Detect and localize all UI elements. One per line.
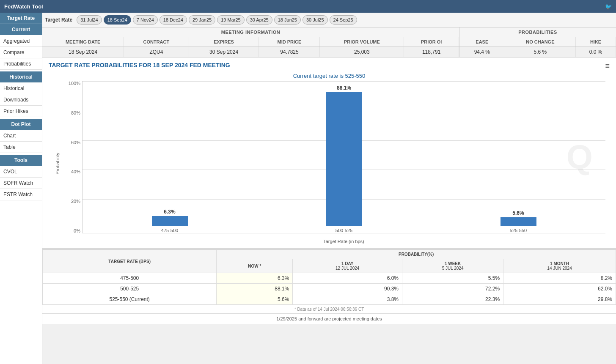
table-row-500-525: 500-525 88.1% 90.3% 72.2% 62.0% (43, 284, 616, 294)
x-axis-label: Target Rate (in bps) (82, 239, 605, 244)
y-label-40: 40% (66, 170, 80, 174)
tab-7nov24[interactable]: 7 Nov24 (133, 15, 158, 25)
col-prior-volume: PRIOR VOLUME (320, 37, 404, 47)
cell-tr-525-550-1month: 29.8% (503, 294, 616, 305)
col-prior-oi: PRIOR OI (404, 37, 459, 47)
y-axis-label: Probability (55, 153, 60, 174)
sidebar: Target Rate Current Aggregated Compare P… (0, 13, 42, 364)
twitter-icon: 🐦 (605, 3, 612, 10)
cell-tr-475-500-now: 6.3% (217, 273, 293, 284)
bottom-footnote: 1/29/2025 and forward are projected meet… (42, 313, 616, 324)
chart-title: TARGET RATE PROBABILITIES FOR 18 SEP 202… (49, 62, 230, 68)
chart-area: TARGET RATE PROBABILITIES FOR 18 SEP 202… (42, 57, 616, 249)
cell-tr-500-525-now: 88.1% (217, 284, 293, 294)
sidebar-tools-group: Tools CVOL SOFR Watch ESTR Watch (0, 155, 42, 200)
cell-no-change: 5.6 % (505, 47, 576, 57)
tab-19mar25[interactable]: 19 Mar25 (217, 15, 244, 25)
sidebar-tools-section[interactable]: Tools (0, 155, 42, 166)
cell-tr-475-500-label: 475-500 (43, 273, 217, 284)
sidebar-item-cvol[interactable]: CVOL (0, 166, 42, 178)
sidebar-item-chart[interactable]: Chart (0, 130, 42, 142)
bottom-col-probability: PROBABILITY(%) (217, 250, 616, 259)
bottom-col-target-rate: TARGET RATE (BPS) (43, 250, 217, 273)
y-label-60: 60% (66, 140, 80, 145)
col-ease: EASE (459, 37, 505, 47)
bottom-col-1day: 1 DAY12 JUL 2024 (293, 259, 402, 273)
chart-plot-area: 100% 80% 60% 40% (66, 81, 605, 246)
sidebar-item-historical[interactable]: Historical (0, 83, 42, 94)
target-rate-tab-label: Target Rate (45, 17, 72, 23)
sidebar-historical-group: Historical Historical Downloads Prior Hi… (0, 71, 42, 117)
sidebar-item-downloads[interactable]: Downloads (0, 94, 42, 106)
cell-prior-oi: 118,791 (404, 47, 459, 57)
cell-tr-500-525-1month: 62.0% (503, 284, 616, 294)
bar-525-550 (500, 217, 536, 226)
chart-menu-icon[interactable]: ≡ (605, 62, 610, 71)
cell-tr-475-500-1week: 5.5% (402, 273, 503, 284)
bar-label-bottom-475-500: 475-500 (161, 228, 178, 233)
sidebar-item-sofr-watch[interactable]: SOFR Watch (0, 178, 42, 189)
table-row-525-550: 525-550 (Current) 5.6% 3.8% 22.3% 29.8% (43, 294, 616, 305)
bottom-col-1month: 1 MONTH14 JUN 2024 (503, 259, 616, 273)
y-label-20: 20% (66, 199, 80, 204)
sidebar-dot-plot-section[interactable]: Dot Plot (0, 119, 42, 130)
cell-tr-475-500-1month: 8.2% (503, 273, 616, 284)
tab-24sep25[interactable]: 24 Sep25 (330, 15, 357, 25)
sidebar-current-section[interactable]: Current (0, 24, 42, 35)
bar-500-525 (326, 92, 362, 226)
sidebar-item-table[interactable]: Table (0, 142, 42, 153)
cell-tr-525-550-label: 525-550 (Current) (43, 294, 217, 305)
sidebar-item-aggregated[interactable]: Aggregated (0, 36, 42, 47)
sidebar-item-estr-watch[interactable]: ESTR Watch (0, 189, 42, 200)
bottom-probability-table: TARGET RATE (BPS) PROBABILITY(%) NOW * 1… (42, 249, 616, 305)
sidebar-target-rate-btn[interactable]: Target Rate (0, 13, 42, 24)
col-contract: CONTRACT (124, 37, 189, 47)
cell-ease: 94.4 % (459, 47, 505, 57)
probabilities-header: PROBABILITIES (459, 27, 616, 37)
cell-prior-volume: 25,003 (320, 47, 404, 57)
bar-label-top-525-550: 5.6% (512, 210, 524, 216)
cell-tr-500-525-1week: 72.2% (402, 284, 503, 294)
y-label-100: 100% (66, 81, 80, 86)
bar-475-500 (152, 216, 188, 226)
tab-30jul25[interactable]: 30 Jul25 (302, 15, 328, 25)
tab-18sep24[interactable]: 18 Sep24 (104, 15, 131, 25)
bar-label-top-475-500: 6.3% (164, 209, 175, 215)
bottom-table-area: TARGET RATE (BPS) PROBABILITY(%) NOW * 1… (42, 249, 616, 313)
main-content: Target Rate 31 Jul24 18 Sep24 7 Nov24 18… (42, 13, 616, 364)
sidebar-item-compare[interactable]: Compare (0, 47, 42, 58)
tab-18jun25[interactable]: 18 Jun25 (274, 15, 301, 25)
bar-group-475-500: 6.3% 475-500 (142, 81, 197, 233)
y-label-0: 0% (66, 229, 80, 233)
sidebar-dot-plot-group: Dot Plot Chart Table (0, 119, 42, 153)
cell-tr-475-500-1day: 6.0% (293, 273, 402, 284)
col-expires: EXPIRES (189, 37, 259, 47)
cell-tr-525-550-1day: 3.8% (293, 294, 402, 305)
bar-label-bottom-500-525: 500-525 (336, 228, 352, 233)
chart-subtitle: Current target rate is 525-550 (49, 73, 610, 79)
cell-tr-525-550-1week: 22.3% (402, 294, 503, 305)
cell-meeting-date: 18 Sep 2024 (42, 47, 124, 57)
bar-label-top-500-525: 88.1% (337, 85, 351, 91)
cell-expires: 30 Sep 2024 (189, 47, 259, 57)
bar-label-bottom-525-550: 525-550 (510, 228, 527, 233)
col-hike: HIKE (576, 37, 616, 47)
table-footnote: * Data as of 14 Jul 2024 06:56:36 CT (42, 305, 616, 313)
tab-31jul24[interactable]: 31 Jul24 (77, 15, 102, 25)
tab-18dec24[interactable]: 18 Dec24 (160, 15, 187, 25)
app-header: FedWatch Tool 🐦 (0, 0, 616, 13)
tab-30apr25[interactable]: 30 Apr25 (246, 15, 272, 25)
tab-29jan25[interactable]: 29 Jan25 (189, 15, 215, 25)
col-no-change: NO CHANGE (505, 37, 576, 47)
meeting-info-header: MEETING INFORMATION (42, 27, 459, 37)
col-meeting-date: MEETING DATE (42, 37, 124, 47)
sidebar-historical-section[interactable]: Historical (0, 71, 42, 82)
col-mid-price: MID PRICE (259, 37, 320, 47)
bottom-col-now: NOW * (217, 259, 293, 273)
cell-hike: 0.0 % (576, 47, 616, 57)
meeting-info-panel: MEETING INFORMATION MEETING DATE CONTRAC… (42, 27, 459, 57)
sidebar-item-probabilities[interactable]: Probabilities (0, 58, 42, 70)
sidebar-item-prior-hikes[interactable]: Prior Hikes (0, 106, 42, 117)
table-row-475-500: 475-500 6.3% 6.0% 5.5% 8.2% (43, 273, 616, 284)
meeting-info-table: MEETING DATE CONTRACT EXPIRES MID PRICE … (42, 37, 459, 57)
